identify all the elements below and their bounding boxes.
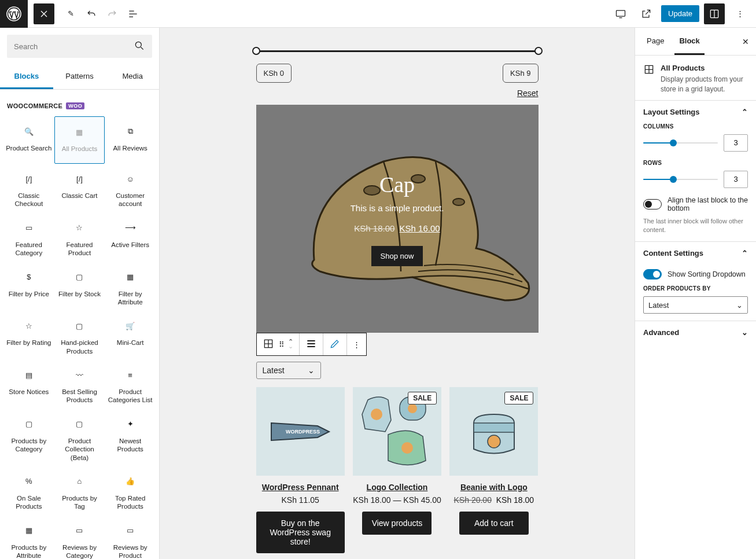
view-responsive-icon[interactable] bbox=[610, 3, 631, 24]
block-item-filter-by-price[interactable]: $Filter by Price bbox=[3, 262, 54, 311]
price-max-label: KSh 9 bbox=[503, 64, 538, 83]
price-range-track[interactable] bbox=[256, 50, 539, 52]
align-last-label: Align the last block to the bottom bbox=[668, 196, 748, 212]
block-label: Classic Cart bbox=[62, 192, 98, 200]
sort-dropdown[interactable]: Latest ⌄ bbox=[256, 362, 321, 379]
update-button[interactable]: Update bbox=[661, 5, 699, 22]
block-item-store-notices[interactable]: ▤Store Notices bbox=[3, 360, 54, 409]
price-max-handle[interactable] bbox=[534, 47, 543, 55]
move-down-button[interactable]: ⌄ bbox=[288, 344, 293, 349]
block-item-product-collection-beta-[interactable]: ▢Product Collection (Beta) bbox=[54, 409, 105, 466]
block-item-classic-checkout[interactable]: [/]Classic Checkout bbox=[3, 164, 54, 213]
reset-filter-link[interactable]: Reset bbox=[256, 89, 539, 98]
product-action-button[interactable]: Buy on the WordPress swag store! bbox=[256, 512, 345, 553]
edit-pencil-button[interactable] bbox=[329, 338, 341, 351]
align-button[interactable] bbox=[305, 338, 317, 351]
search-field[interactable] bbox=[14, 42, 134, 51]
edit-tool-icon[interactable]: ✎ bbox=[60, 3, 81, 24]
product-card: SALE Beanie with Logo KSh 20.00 KSh 18.0… bbox=[449, 387, 538, 553]
block-options-button[interactable]: ⋮ bbox=[353, 340, 360, 349]
close-settings-button[interactable]: ✕ bbox=[742, 37, 749, 46]
block-item-newest-products[interactable]: ✦Newest Products bbox=[105, 409, 156, 466]
block-item-best-selling-products[interactable]: 〰Best Selling Products bbox=[54, 360, 105, 409]
open-new-tab-icon[interactable] bbox=[636, 3, 657, 24]
advanced-heading[interactable]: Advanced bbox=[643, 328, 679, 337]
block-item-featured-category[interactable]: ▭Featured Category bbox=[3, 213, 54, 262]
block-label: Store Notices bbox=[9, 388, 49, 396]
hero-price: KSh 18.00 KSh 16.00 bbox=[354, 223, 440, 233]
block-icon: ⟶ bbox=[123, 221, 137, 235]
product-image[interactable]: WORDPRESS bbox=[256, 387, 345, 476]
price-min-handle[interactable] bbox=[252, 47, 260, 55]
block-item-reviews-by-category[interactable]: ▭Reviews by Category bbox=[54, 516, 105, 559]
product-name[interactable]: WordPress Pennant bbox=[262, 476, 339, 495]
order-by-select[interactable]: Latest ⌄ bbox=[643, 296, 748, 314]
block-item-filter-by-rating[interactable]: ☆Filter by Rating bbox=[3, 311, 54, 360]
product-image[interactable]: SALE bbox=[449, 387, 538, 476]
block-item-customer-account[interactable]: ☺Customer account bbox=[105, 164, 156, 213]
block-item-product-categories-list[interactable]: ≡Product Categories List bbox=[105, 360, 156, 409]
layout-settings-heading[interactable]: Layout Settings bbox=[643, 108, 700, 116]
product-name[interactable]: Logo Collection bbox=[367, 476, 428, 495]
block-item-products-by-category[interactable]: ▢Products by Category bbox=[3, 409, 54, 466]
block-item-filter-by-stock[interactable]: ▢Filter by Stock bbox=[54, 262, 105, 311]
document-overview-button[interactable] bbox=[123, 3, 143, 24]
sort-value: Latest bbox=[263, 366, 285, 375]
rows-slider[interactable] bbox=[643, 179, 718, 180]
block-label: Featured Category bbox=[6, 241, 52, 258]
block-name: All Products bbox=[661, 64, 748, 72]
block-item-classic-cart[interactable]: [/]Classic Cart bbox=[54, 164, 105, 213]
block-icon: % bbox=[22, 475, 36, 488]
drag-handle-icon[interactable]: ⠿ bbox=[279, 340, 283, 349]
chevron-down-icon[interactable]: ⌄ bbox=[742, 328, 748, 337]
rows-input[interactable] bbox=[724, 171, 748, 188]
block-item-reviews-by-product[interactable]: ▭Reviews by Product bbox=[105, 516, 156, 559]
columns-slider[interactable] bbox=[643, 142, 718, 144]
redo-button[interactable] bbox=[102, 3, 123, 24]
chevron-up-icon[interactable]: ⌃ bbox=[742, 108, 748, 116]
block-description: Display products from your store in a gr… bbox=[661, 75, 748, 94]
block-item-active-filters[interactable]: ⟶Active Filters bbox=[105, 213, 156, 262]
block-label: Reviews by Category bbox=[57, 543, 103, 559]
block-type-icon[interactable] bbox=[263, 338, 274, 351]
block-icon: ▤ bbox=[22, 368, 36, 382]
chevron-up-icon[interactable]: ⌃ bbox=[742, 249, 748, 258]
block-item-on-sale-products[interactable]: %On Sale Products bbox=[3, 466, 54, 516]
block-label: Products by Category bbox=[6, 437, 52, 454]
undo-button[interactable] bbox=[81, 3, 102, 24]
block-item-products-by-attribute[interactable]: ▦Products by Attribute bbox=[3, 516, 54, 559]
block-icon bbox=[643, 64, 655, 94]
tab-patterns[interactable]: Patterns bbox=[53, 65, 106, 89]
block-label: Active Filters bbox=[111, 241, 149, 249]
product-action-button[interactable]: View products bbox=[362, 512, 432, 535]
block-item-filter-by-attribute[interactable]: ▦Filter by Attribute bbox=[105, 262, 156, 311]
tab-page[interactable]: Page bbox=[642, 28, 669, 55]
block-item-products-by-tag[interactable]: ⌂Products by Tag bbox=[54, 466, 105, 516]
settings-panel-button[interactable] bbox=[704, 3, 725, 24]
shop-now-button[interactable]: Shop now bbox=[371, 246, 423, 266]
block-item-hand-picked-products[interactable]: ▢Hand-picked Products bbox=[54, 311, 105, 360]
wp-logo[interactable] bbox=[0, 0, 28, 28]
block-item-product-search[interactable]: 🔍Product Search bbox=[3, 116, 54, 164]
block-item-mini-cart[interactable]: 🛒Mini-Cart bbox=[105, 311, 156, 360]
close-inserter-button[interactable] bbox=[34, 3, 54, 24]
tab-blocks[interactable]: Blocks bbox=[0, 65, 53, 89]
columns-input[interactable] bbox=[724, 134, 748, 152]
show-sort-toggle[interactable] bbox=[643, 269, 662, 280]
block-label: Product Collection (Beta) bbox=[57, 437, 103, 462]
align-last-hint: The last inner block will follow other c… bbox=[643, 217, 748, 235]
align-last-toggle[interactable] bbox=[643, 199, 662, 209]
block-item-all-reviews[interactable]: ⧉All Reviews bbox=[105, 116, 156, 164]
tab-block[interactable]: Block bbox=[674, 28, 704, 55]
content-settings-heading[interactable]: Content Settings bbox=[643, 249, 703, 258]
featured-product-hero[interactable]: Cap This is a simple product. KSh 18.00 … bbox=[256, 105, 539, 333]
options-menu-button[interactable]: ⋮ bbox=[729, 3, 750, 24]
block-item-all-products[interactable]: ▦All Products bbox=[54, 116, 105, 164]
block-item-featured-product[interactable]: ☆Featured Product bbox=[54, 213, 105, 262]
block-item-top-rated-products[interactable]: 👍Top Rated Products bbox=[105, 466, 156, 516]
product-image[interactable]: SALE bbox=[353, 387, 441, 476]
block-search-input[interactable] bbox=[7, 35, 152, 58]
product-action-button[interactable]: Add to cart bbox=[459, 512, 529, 535]
tab-media[interactable]: Media bbox=[106, 65, 159, 89]
product-name[interactable]: Beanie with Logo bbox=[460, 476, 528, 495]
